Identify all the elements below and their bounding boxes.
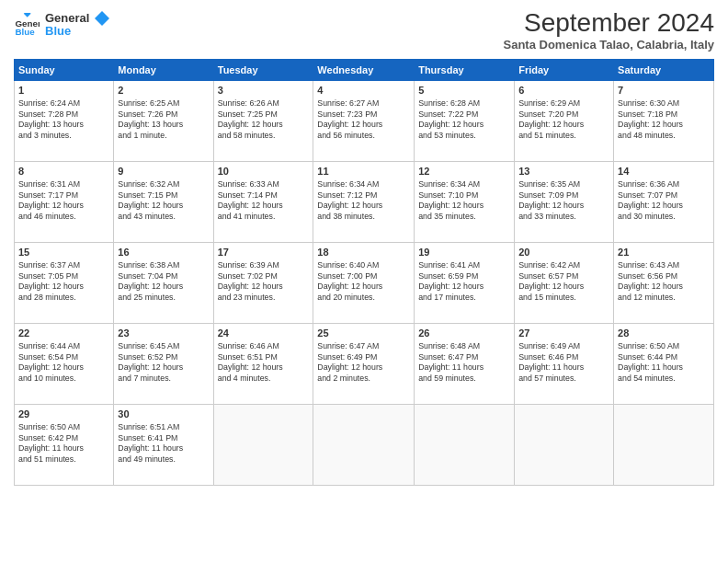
day-info: Sunrise: 6:49 AM Sunset: 6:46 PM Dayligh… [518, 341, 609, 385]
day-number: 28 [618, 327, 710, 340]
day-number: 22 [18, 327, 109, 340]
calendar-header-monday: Monday [114, 59, 213, 80]
calendar-cell: 13Sunrise: 6:35 AM Sunset: 7:09 PM Dayli… [515, 161, 614, 242]
day-number: 7 [618, 84, 710, 98]
calendar-cell: 17Sunrise: 6:39 AM Sunset: 7:02 PM Dayli… [213, 242, 313, 323]
calendar-cell: 29Sunrise: 6:50 AM Sunset: 6:42 PM Dayli… [15, 404, 114, 485]
calendar-cell: 18Sunrise: 6:40 AM Sunset: 7:00 PM Dayli… [313, 242, 415, 323]
calendar-cell: 27Sunrise: 6:49 AM Sunset: 6:46 PM Dayli… [515, 323, 614, 404]
day-number: 29 [18, 408, 109, 421]
logo-icon: General Blue [14, 13, 40, 39]
day-info: Sunrise: 6:41 AM Sunset: 6:59 PM Dayligh… [418, 260, 510, 304]
calendar-week-3: 15Sunrise: 6:37 AM Sunset: 7:05 PM Dayli… [15, 242, 714, 323]
day-info: Sunrise: 6:30 AM Sunset: 7:18 PM Dayligh… [618, 98, 710, 143]
day-info: Sunrise: 6:37 AM Sunset: 7:05 PM Dayligh… [18, 260, 109, 304]
day-number: 13 [518, 165, 609, 178]
calendar-cell: 30Sunrise: 6:51 AM Sunset: 6:41 PM Dayli… [114, 404, 213, 485]
day-number: 17 [218, 246, 310, 259]
calendar-header-sunday: Sunday [15, 59, 114, 80]
header: General Blue General Blue September 2024… [14, 9, 714, 52]
calendar-header-thursday: Thursday [415, 59, 515, 80]
calendar-cell: 23Sunrise: 6:45 AM Sunset: 6:52 PM Dayli… [114, 323, 213, 404]
day-info: Sunrise: 6:51 AM Sunset: 6:41 PM Dayligh… [118, 422, 209, 466]
day-info: Sunrise: 6:39 AM Sunset: 7:02 PM Dayligh… [218, 260, 310, 304]
day-number: 23 [118, 327, 209, 340]
calendar-header-row: SundayMondayTuesdayWednesdayThursdayFrid… [15, 59, 714, 80]
calendar-cell: 28Sunrise: 6:50 AM Sunset: 6:44 PM Dayli… [614, 323, 714, 404]
calendar-header-saturday: Saturday [614, 59, 714, 80]
calendar-cell: 21Sunrise: 6:43 AM Sunset: 6:56 PM Dayli… [614, 242, 714, 323]
calendar-cell: 20Sunrise: 6:42 AM Sunset: 6:57 PM Dayli… [515, 242, 614, 323]
day-info: Sunrise: 6:31 AM Sunset: 7:17 PM Dayligh… [18, 179, 109, 224]
day-number: 2 [118, 84, 209, 98]
calendar-cell: 25Sunrise: 6:47 AM Sunset: 6:49 PM Dayli… [313, 323, 415, 404]
day-number: 18 [317, 246, 410, 259]
calendar-cell: 19Sunrise: 6:41 AM Sunset: 6:59 PM Dayli… [415, 242, 515, 323]
svg-text:Blue: Blue [15, 27, 35, 37]
day-info: Sunrise: 6:36 AM Sunset: 7:07 PM Dayligh… [618, 179, 710, 224]
day-info: Sunrise: 6:28 AM Sunset: 7:22 PM Dayligh… [418, 98, 510, 143]
svg-marker-5 [95, 11, 109, 26]
logo: General Blue General Blue [14, 9, 109, 42]
day-number: 10 [218, 165, 310, 178]
day-info: Sunrise: 6:25 AM Sunset: 7:26 PM Dayligh… [118, 98, 209, 143]
day-info: Sunrise: 6:47 AM Sunset: 6:49 PM Dayligh… [317, 341, 410, 385]
calendar-cell: 2Sunrise: 6:25 AM Sunset: 7:26 PM Daylig… [114, 80, 213, 161]
day-info: Sunrise: 6:35 AM Sunset: 7:09 PM Dayligh… [518, 179, 609, 224]
day-number: 4 [317, 84, 410, 98]
calendar-cell: 6Sunrise: 6:29 AM Sunset: 7:20 PM Daylig… [515, 80, 614, 161]
calendar-week-2: 8Sunrise: 6:31 AM Sunset: 7:17 PM Daylig… [15, 161, 714, 242]
day-number: 25 [317, 327, 410, 340]
calendar-header-tuesday: Tuesday [213, 59, 313, 80]
day-info: Sunrise: 6:48 AM Sunset: 6:47 PM Dayligh… [418, 341, 510, 385]
subtitle: Santa Domenica Talao, Calabria, Italy [503, 38, 714, 52]
calendar-cell: 24Sunrise: 6:46 AM Sunset: 6:51 PM Dayli… [213, 323, 313, 404]
calendar-cell: 3Sunrise: 6:26 AM Sunset: 7:25 PM Daylig… [213, 80, 313, 161]
day-info: Sunrise: 6:27 AM Sunset: 7:23 PM Dayligh… [317, 98, 410, 143]
day-number: 11 [317, 165, 410, 178]
day-info: Sunrise: 6:50 AM Sunset: 6:42 PM Dayligh… [18, 422, 109, 466]
calendar-cell: 26Sunrise: 6:48 AM Sunset: 6:47 PM Dayli… [415, 323, 515, 404]
day-info: Sunrise: 6:32 AM Sunset: 7:15 PM Dayligh… [118, 179, 209, 224]
calendar-cell [415, 404, 515, 485]
day-number: 6 [518, 84, 609, 98]
calendar-cell: 11Sunrise: 6:34 AM Sunset: 7:12 PM Dayli… [313, 161, 415, 242]
day-number: 16 [118, 246, 209, 259]
day-number: 30 [118, 408, 209, 421]
calendar: SundayMondayTuesdayWednesdayThursdayFrid… [14, 59, 714, 486]
day-info: Sunrise: 6:34 AM Sunset: 7:10 PM Dayligh… [418, 179, 510, 224]
day-info: Sunrise: 6:44 AM Sunset: 6:54 PM Dayligh… [18, 341, 109, 385]
day-number: 27 [518, 327, 609, 340]
calendar-week-5: 29Sunrise: 6:50 AM Sunset: 6:42 PM Dayli… [15, 404, 714, 485]
day-number: 26 [418, 327, 510, 340]
day-number: 5 [418, 84, 510, 98]
day-number: 15 [18, 246, 109, 259]
calendar-cell: 8Sunrise: 6:31 AM Sunset: 7:17 PM Daylig… [15, 161, 114, 242]
calendar-week-4: 22Sunrise: 6:44 AM Sunset: 6:54 PM Dayli… [15, 323, 714, 404]
calendar-header-wednesday: Wednesday [313, 59, 415, 80]
svg-marker-2 [24, 13, 31, 17]
calendar-cell: 1Sunrise: 6:24 AM Sunset: 7:28 PM Daylig… [15, 80, 114, 161]
day-number: 24 [218, 327, 310, 340]
calendar-header-friday: Friday [515, 59, 614, 80]
day-number: 3 [218, 84, 310, 98]
calendar-cell [614, 404, 714, 485]
calendar-cell: 12Sunrise: 6:34 AM Sunset: 7:10 PM Dayli… [415, 161, 515, 242]
calendar-cell [515, 404, 614, 485]
day-number: 12 [418, 165, 510, 178]
day-info: Sunrise: 6:34 AM Sunset: 7:12 PM Dayligh… [317, 179, 410, 224]
calendar-week-1: 1Sunrise: 6:24 AM Sunset: 7:28 PM Daylig… [15, 80, 714, 161]
calendar-cell: 22Sunrise: 6:44 AM Sunset: 6:54 PM Dayli… [15, 323, 114, 404]
calendar-cell: 14Sunrise: 6:36 AM Sunset: 7:07 PM Dayli… [614, 161, 714, 242]
logo-svg: General Blue [45, 9, 109, 42]
calendar-cell: 15Sunrise: 6:37 AM Sunset: 7:05 PM Dayli… [15, 242, 114, 323]
day-info: Sunrise: 6:45 AM Sunset: 6:52 PM Dayligh… [118, 341, 209, 385]
title-block: September 2024 Santa Domenica Talao, Cal… [503, 9, 714, 52]
day-info: Sunrise: 6:42 AM Sunset: 6:57 PM Dayligh… [518, 260, 609, 304]
day-number: 1 [18, 84, 109, 98]
calendar-cell: 4Sunrise: 6:27 AM Sunset: 7:23 PM Daylig… [313, 80, 415, 161]
day-info: Sunrise: 6:24 AM Sunset: 7:28 PM Dayligh… [18, 98, 109, 143]
day-info: Sunrise: 6:50 AM Sunset: 6:44 PM Dayligh… [618, 341, 710, 385]
calendar-cell: 16Sunrise: 6:38 AM Sunset: 7:04 PM Dayli… [114, 242, 213, 323]
day-number: 8 [18, 165, 109, 178]
